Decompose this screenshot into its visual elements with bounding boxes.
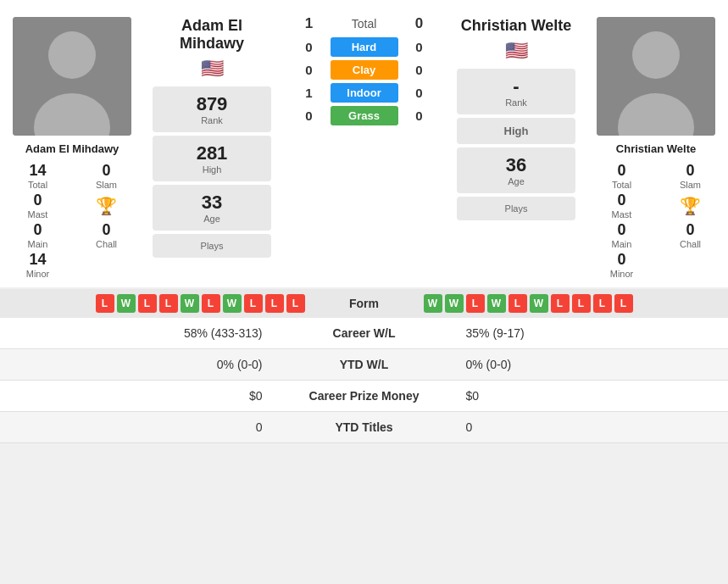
right-form-badge: L <box>614 294 633 313</box>
right-form-badges: WWLWLWLLLL <box>415 294 720 313</box>
left-minor-stat: 14 Minor <box>8 251 67 279</box>
right-slam-stat: 0 Slam <box>661 162 720 190</box>
total-right-val: 0 <box>398 15 441 32</box>
prize-money-label: Career Prize Money <box>280 389 449 403</box>
indoor-row: 1 Indoor 0 <box>283 83 445 103</box>
left-career-wl: 58% (433-313) <box>17 326 280 340</box>
left-player-avatar <box>13 17 131 136</box>
indoor-left-val: 1 <box>288 86 331 100</box>
form-section: LWLLWLWLLL Form WWLWLWLLLL <box>0 289 728 318</box>
grass-right-val: 0 <box>398 108 441 123</box>
right-main-stat: 0 Main <box>592 221 651 249</box>
hard-badge: Hard <box>331 37 398 57</box>
left-form-badge: L <box>138 294 157 313</box>
left-player-middle-block: Adam El Mihdawy 🇺🇸 879 Rank 281 High 33 … <box>144 8 280 287</box>
grass-badge: Grass <box>331 106 398 125</box>
left-slam-stat: 0 Slam <box>77 162 136 190</box>
hard-right-val: 0 <box>398 40 441 54</box>
right-prize-money: $0 <box>449 389 712 403</box>
left-player-photo-block: Adam El Mihdawy 14 Total 0 Slam 0 Mast 🏆 <box>0 8 144 287</box>
left-age-card: 33 Age <box>153 185 271 231</box>
right-high-card: High <box>457 118 575 144</box>
hard-left-val: 0 <box>288 40 331 54</box>
ytd-titles-label: YTD Titles <box>280 420 449 434</box>
right-player-photo-block: Christian Welte 0 Total 0 Slam 0 Mast 🏆 <box>584 8 728 287</box>
right-age-card: 36 Age <box>457 147 575 193</box>
right-player-name-top: Christian Welte <box>461 17 572 35</box>
right-mast-stat: 0 Mast <box>592 192 651 220</box>
clay-badge: Clay <box>331 60 398 80</box>
right-player-middle-block: Christian Welte 🇺🇸 - Rank High 36 Age Pl… <box>448 8 584 287</box>
right-player-flag: 🇺🇸 <box>505 40 528 62</box>
ytd-wl-label: YTD W/L <box>280 358 449 371</box>
right-form-badge: L <box>466 294 485 313</box>
ytd-wl-row: 0% (0-0) YTD W/L 0% (0-0) <box>0 349 728 381</box>
right-total-stat: 0 Total <box>592 162 651 190</box>
left-player-stats: 14 Total 0 Slam 0 Mast 🏆 0 Main <box>8 162 136 279</box>
left-form-badge: L <box>202 294 220 313</box>
left-rank-card: 879 Rank <box>153 86 271 132</box>
left-form-badge: W <box>117 294 136 313</box>
right-plays-card: Plays <box>457 197 575 220</box>
career-wl-row: 58% (433-313) Career W/L 35% (9-17) <box>0 318 728 349</box>
right-rank-card: - Rank <box>457 69 575 114</box>
right-ytd-wl: 0% (0-0) <box>449 358 712 371</box>
right-minor-stat: 0 Minor <box>592 251 651 279</box>
svg-point-4 <box>632 31 680 79</box>
left-form-badge: W <box>181 294 199 313</box>
left-trophy: 🏆 <box>77 192 136 220</box>
left-plays-card: Plays <box>153 234 271 258</box>
right-trophy-icon: 🏆 <box>680 196 701 216</box>
left-high-card: 281 High <box>153 136 271 181</box>
left-form-badges: LWLLWLWLLL <box>8 294 314 313</box>
left-player-name-top: Adam El Mihdawy <box>148 17 275 53</box>
left-ytd-titles: 0 <box>17 420 280 434</box>
left-form-badge: L <box>96 294 114 313</box>
left-mast-stat: 0 Mast <box>8 192 67 220</box>
center-comparison: 1 Total 0 0 Hard 0 0 Clay 0 1 Indoor 0 0 <box>280 8 448 287</box>
right-chall-stat: 0 Chall <box>661 221 720 249</box>
top-section: Adam El Mihdawy 14 Total 0 Slam 0 Mast 🏆 <box>0 0 728 287</box>
ytd-titles-row: 0 YTD Titles 0 <box>0 412 728 443</box>
left-form-badge: L <box>244 294 263 313</box>
right-career-wl: 35% (9-17) <box>449 326 712 340</box>
right-form-badge: W <box>424 294 442 313</box>
prize-money-row: $0 Career Prize Money $0 <box>0 381 728 412</box>
right-trophy: 🏆 <box>661 192 720 220</box>
right-player-name-below: Christian Welte <box>616 142 696 155</box>
main-container: Adam El Mihdawy 14 Total 0 Slam 0 Mast 🏆 <box>0 0 728 443</box>
right-form-badge: W <box>487 294 506 313</box>
right-form-badge: L <box>572 294 591 313</box>
left-ytd-wl: 0% (0-0) <box>17 358 280 371</box>
trophy-icon: 🏆 <box>96 196 117 216</box>
left-main-stat: 0 Main <box>8 221 67 249</box>
left-player-flag: 🇺🇸 <box>201 58 224 80</box>
left-player-name-below: Adam El Mihdawy <box>25 142 119 155</box>
left-form-badge: L <box>286 294 305 313</box>
form-label: Form <box>314 297 415 310</box>
grass-left-val: 0 <box>288 108 331 123</box>
left-chall-stat: 0 Chall <box>77 221 136 249</box>
right-form-badge: W <box>445 294 464 313</box>
svg-point-1 <box>48 31 96 79</box>
right-form-badge: L <box>508 294 527 313</box>
left-form-badge: L <box>159 294 178 313</box>
left-total-stat: 14 Total <box>8 162 67 190</box>
total-row: 1 Total 0 <box>283 15 445 32</box>
right-player-avatar <box>597 17 715 136</box>
indoor-right-val: 0 <box>398 86 441 100</box>
indoor-badge: Indoor <box>331 83 398 103</box>
total-label: Total <box>331 17 398 31</box>
left-prize-money: $0 <box>17 389 280 403</box>
left-form-badge: W <box>223 294 242 313</box>
career-wl-label: Career W/L <box>280 326 449 340</box>
left-form-badge: L <box>265 294 284 313</box>
hard-row: 0 Hard 0 <box>283 37 445 57</box>
right-form-badge: W <box>530 294 548 313</box>
right-form-badge: L <box>551 294 570 313</box>
total-left-val: 1 <box>288 15 331 32</box>
right-ytd-titles: 0 <box>449 420 712 434</box>
clay-right-val: 0 <box>398 63 441 77</box>
clay-left-val: 0 <box>288 63 331 77</box>
grass-row: 0 Grass 0 <box>283 106 445 125</box>
